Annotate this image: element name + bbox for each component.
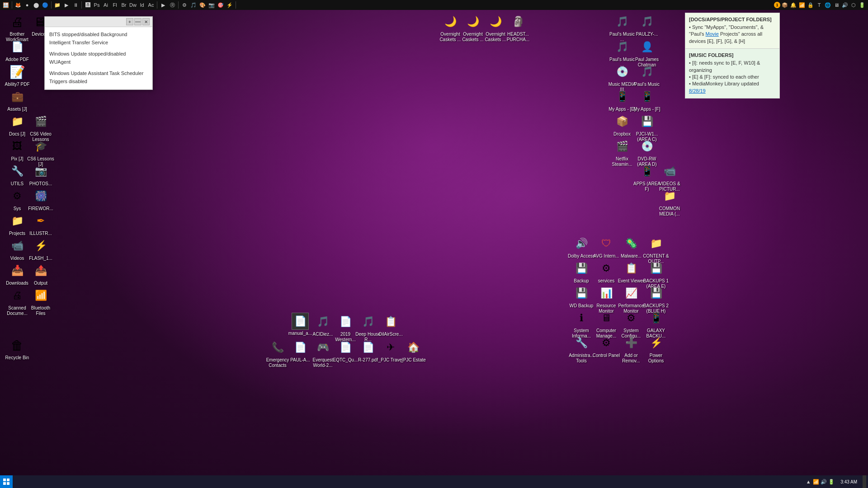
icon-label: HEADST... PURCHA... [504,32,533,42]
icon-headst-purcha[interactable]: 🗿 HEADST... PURCHA... [502,11,534,44]
tray2-icon[interactable]: 📶 [798,1,806,9]
system-tray: ▲ 📶 🔊 🔋 [804,478,836,485]
notification-badge: 1 [774,2,780,8]
tool8-icon[interactable]: ⚡ [226,1,234,9]
icon-oilairscre[interactable]: 📋 OilAirScre... [374,311,407,339]
tool7-icon[interactable]: 🎯 [217,1,225,9]
tool2-icon[interactable]: Ⓡ [168,1,176,9]
icon-label: Bluetooth Files [26,305,55,316]
tool6-icon[interactable]: 📷 [208,1,216,9]
bits-popup-add-btn[interactable]: + [126,18,133,25]
note-docs-section: [DOCS/APPS/PROJECT FOLDERS] • Sync "MyAp… [685,13,779,49]
tool3-icon[interactable]: ⚙ [180,1,189,9]
icon-pjc-estate[interactable]: 🏠 _PJC Estate [397,337,429,365]
photoshop-icon[interactable]: Ps [93,1,101,9]
start-orb[interactable]: 🪟 [2,1,10,9]
taskbar-time[interactable]: 3:43 AM [837,479,861,485]
icon-flash1[interactable]: ⚡ FLASH_1... [24,235,57,263]
top-taskbar: 🪟 🦊 ● ⬤ 🔵 📁 ▶ ⏸ 🅰 Ps Ai Fl Br Dw Id Ac ▶… [0,0,868,10]
svg-rect-2 [3,482,6,485]
note-movie-link[interactable]: Movie [706,31,719,37]
icon-power-options[interactable]: ⚡ Power Options [640,332,672,366]
folder-icon[interactable]: 📁 [53,1,61,9]
tool5-icon[interactable]: 🎨 [198,1,207,9]
tool1-icon[interactable]: ▶ [159,1,167,9]
icon-label: COMMON MEDIA (... [655,206,684,217]
icon-label: _PJC Estate [401,357,426,363]
bridge-icon[interactable]: Br [120,1,128,9]
start-button[interactable] [0,475,13,488]
tray6-icon[interactable]: 🖥 [832,1,840,9]
taskbar: ▲ 📶 🔊 🔋 3:43 AM [0,475,868,488]
bits-line2: Windows Update stopped/disabled WUAgent [49,50,148,66]
flash-icon[interactable]: Fl [111,1,119,9]
icon-label: Recycle Bin [5,355,29,361]
indesign-icon[interactable]: Id [138,1,146,9]
note-music-section: [MUSIC FOLDERS] • [I]: needs sync to [E,… [685,49,779,98]
icon-bluetooth-files[interactable]: 📶 Bluetooth Files [24,285,57,318]
dreamweaver-icon[interactable]: Dw [129,1,137,9]
icon-fireworks[interactable]: 🎆 FIREWOR... [24,185,57,213]
bits-line1: BITS stopped/disabled Background Intelli… [49,31,148,47]
volume-icon[interactable]: 🔊 [841,1,849,9]
separator [51,1,52,9]
pause-icon[interactable]: ⏸ [71,1,80,9]
ie-icon[interactable]: ⬤ [32,1,40,9]
icon-recycle-bin[interactable]: 🗑 Recycle Bin [1,334,33,362]
icon-assets-j[interactable]: 💼 Assets [J] [1,86,33,114]
tray7-icon[interactable]: ⬡ [849,1,858,9]
media-icon[interactable]: ▶ [62,1,71,9]
taskbar-right: ▲ 📶 🔊 🔋 3:43 AM [802,475,868,488]
browser-icon[interactable]: ● [23,1,31,9]
note-music-title: [MUSIC FOLDERS] [689,52,776,58]
note-docs-text: • Sync "MyApps", "Documents", & "Paul's … [689,24,776,45]
tray-expand[interactable]: ▲ [805,478,812,485]
top-taskbar-right: 1 📦 🔔 📶 🔒 T 🌐 🖥 🔊 ⬡ 🔋 [774,1,866,9]
illustrator-icon[interactable]: Ai [102,1,110,9]
icon-pauls-music3[interactable]: 🎵 Paul's Music [631,61,663,89]
bits-popup-min-btn[interactable]: — [134,18,142,25]
separator [157,1,157,9]
separator [236,1,236,9]
note-popup: [DOCS/APPS/PROJECT FOLDERS] • Sync "MyAp… [685,13,780,99]
bits-line3: Windows Update Assistant Task Scheduler … [49,70,148,85]
icon-photos[interactable]: 📷 PHOTOS... [24,160,57,188]
svg-rect-3 [7,482,9,485]
note-docs-title: [DOCS/APPS/PROJECT FOLDERS] [689,17,776,22]
dropbox-icon[interactable]: 📦 [781,1,789,9]
firefox-icon[interactable]: 🦊 [14,1,22,9]
show-desktop-btn[interactable] [863,475,866,488]
svg-rect-0 [3,479,6,481]
tool4-icon[interactable]: 🎵 [189,1,198,9]
separator [12,1,12,9]
svg-rect-1 [7,479,9,481]
note-date-link[interactable]: 8/28/19 [689,88,706,94]
icon-output[interactable]: 📤 Output [24,260,57,288]
bits-popup-window: + — ✕ BITS stopped/disabled Background I… [44,16,153,90]
tray1-icon[interactable]: 🔔 [789,1,797,9]
icon-my-apps-f[interactable]: 📱 My Apps - [F] [631,86,663,114]
icon-ability7[interactable]: 📝 Ability7 PDF [1,61,33,89]
bits-titlebar: + — ✕ [45,17,152,27]
chrome-icon[interactable]: 🔵 [41,1,49,9]
bits-popup-content: BITS stopped/disabled Background Intelli… [45,27,152,89]
icon-paulzy[interactable]: 🎵 PAULZY-... [631,11,663,39]
separator [81,1,82,9]
icon-label: Power Options [642,353,670,364]
separator [178,1,179,9]
icon-adobe-pdf[interactable]: 📄 Adobe PDF [1,36,33,64]
tray-network[interactable]: 📶 [812,478,820,485]
tray-battery[interactable]: 🔋 [828,478,835,485]
tray8-icon[interactable]: 🔋 [858,1,866,9]
note-music-text: • [I]: needs sync to [E, F, W10] & organ… [689,60,776,94]
bits-popup-close-btn[interactable]: ✕ [142,18,150,25]
acrobat2-icon[interactable]: Ac [147,1,155,9]
tray-volume[interactable]: 🔊 [820,478,827,485]
tray3-icon[interactable]: 🔒 [807,1,815,9]
icon-common-media[interactable]: 📁 COMMON MEDIA (... [653,185,686,219]
bits-popup-controls: + — ✕ [126,18,150,25]
acrobat-icon[interactable]: 🅰 [84,1,92,9]
tray4-icon[interactable]: T [815,1,823,9]
tray5-icon[interactable]: 🌐 [824,1,832,9]
icon-illustrator[interactable]: ✒ ILLUSTR... [24,210,57,238]
